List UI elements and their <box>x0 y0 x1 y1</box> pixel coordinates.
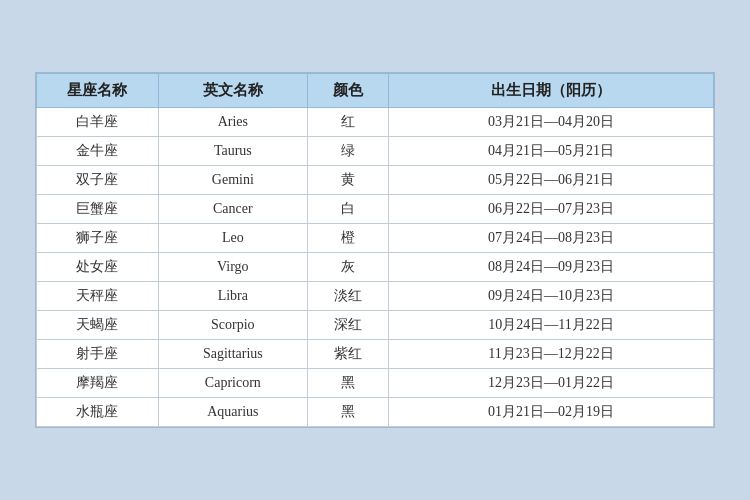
cell-color: 白 <box>307 195 388 224</box>
cell-date: 10月24日—11月22日 <box>389 311 714 340</box>
header-chinese-name: 星座名称 <box>37 74 159 108</box>
cell-chinese-name: 天秤座 <box>37 282 159 311</box>
table-row: 巨蟹座Cancer白06月22日—07月23日 <box>37 195 714 224</box>
cell-english-name: Libra <box>158 282 307 311</box>
cell-english-name: Capricorn <box>158 369 307 398</box>
table-row: 天秤座Libra淡红09月24日—10月23日 <box>37 282 714 311</box>
cell-english-name: Scorpio <box>158 311 307 340</box>
cell-english-name: Sagittarius <box>158 340 307 369</box>
table-row: 双子座Gemini黄05月22日—06月21日 <box>37 166 714 195</box>
cell-date: 04月21日—05月21日 <box>389 137 714 166</box>
cell-date: 11月23日—12月22日 <box>389 340 714 369</box>
table-row: 水瓶座Aquarius黑01月21日—02月19日 <box>37 398 714 427</box>
cell-color: 深红 <box>307 311 388 340</box>
cell-chinese-name: 射手座 <box>37 340 159 369</box>
cell-date: 06月22日—07月23日 <box>389 195 714 224</box>
cell-color: 红 <box>307 108 388 137</box>
cell-english-name: Aquarius <box>158 398 307 427</box>
zodiac-table: 星座名称 英文名称 颜色 出生日期（阳历） 白羊座Aries红03月21日—04… <box>36 73 714 427</box>
table-row: 白羊座Aries红03月21日—04月20日 <box>37 108 714 137</box>
cell-chinese-name: 处女座 <box>37 253 159 282</box>
cell-chinese-name: 水瓶座 <box>37 398 159 427</box>
cell-color: 紫红 <box>307 340 388 369</box>
cell-color: 绿 <box>307 137 388 166</box>
table-row: 射手座Sagittarius紫红11月23日—12月22日 <box>37 340 714 369</box>
cell-english-name: Cancer <box>158 195 307 224</box>
cell-color: 橙 <box>307 224 388 253</box>
cell-color: 黑 <box>307 369 388 398</box>
cell-date: 05月22日—06月21日 <box>389 166 714 195</box>
header-color: 颜色 <box>307 74 388 108</box>
zodiac-table-container: 星座名称 英文名称 颜色 出生日期（阳历） 白羊座Aries红03月21日—04… <box>35 72 715 428</box>
cell-date: 07月24日—08月23日 <box>389 224 714 253</box>
cell-color: 黄 <box>307 166 388 195</box>
cell-date: 01月21日—02月19日 <box>389 398 714 427</box>
cell-chinese-name: 巨蟹座 <box>37 195 159 224</box>
cell-color: 淡红 <box>307 282 388 311</box>
cell-chinese-name: 金牛座 <box>37 137 159 166</box>
cell-chinese-name: 天蝎座 <box>37 311 159 340</box>
table-row: 天蝎座Scorpio深红10月24日—11月22日 <box>37 311 714 340</box>
table-row: 狮子座Leo橙07月24日—08月23日 <box>37 224 714 253</box>
cell-date: 09月24日—10月23日 <box>389 282 714 311</box>
header-date: 出生日期（阳历） <box>389 74 714 108</box>
cell-date: 03月21日—04月20日 <box>389 108 714 137</box>
cell-english-name: Aries <box>158 108 307 137</box>
cell-chinese-name: 摩羯座 <box>37 369 159 398</box>
cell-english-name: Leo <box>158 224 307 253</box>
cell-chinese-name: 白羊座 <box>37 108 159 137</box>
cell-chinese-name: 狮子座 <box>37 224 159 253</box>
cell-english-name: Virgo <box>158 253 307 282</box>
cell-chinese-name: 双子座 <box>37 166 159 195</box>
table-row: 金牛座Taurus绿04月21日—05月21日 <box>37 137 714 166</box>
cell-color: 灰 <box>307 253 388 282</box>
cell-english-name: Taurus <box>158 137 307 166</box>
cell-english-name: Gemini <box>158 166 307 195</box>
table-header-row: 星座名称 英文名称 颜色 出生日期（阳历） <box>37 74 714 108</box>
table-row: 摩羯座Capricorn黑12月23日—01月22日 <box>37 369 714 398</box>
cell-color: 黑 <box>307 398 388 427</box>
table-row: 处女座Virgo灰08月24日—09月23日 <box>37 253 714 282</box>
cell-date: 12月23日—01月22日 <box>389 369 714 398</box>
header-english-name: 英文名称 <box>158 74 307 108</box>
cell-date: 08月24日—09月23日 <box>389 253 714 282</box>
